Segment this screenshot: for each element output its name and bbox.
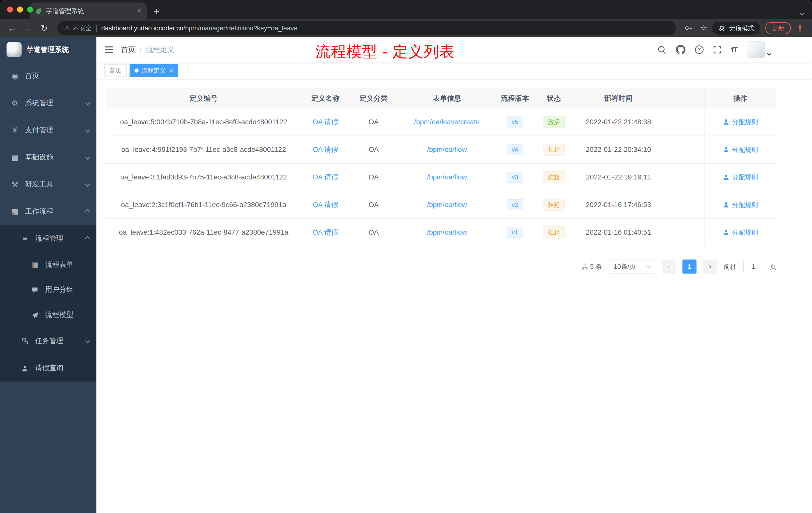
- browser-menu-icon[interactable]: ⋮: [793, 23, 807, 33]
- goto-page-input[interactable]: [743, 260, 763, 273]
- breadcrumb-home[interactable]: 首页: [121, 45, 135, 55]
- definition-name-link[interactable]: OA 请假: [313, 118, 339, 126]
- definition-name-link[interactable]: OA 请假: [313, 173, 339, 181]
- assign-rule-link[interactable]: 分配规则: [723, 228, 758, 237]
- tag-process-definition[interactable]: 流程定义 ×: [129, 64, 178, 77]
- definition-name-link[interactable]: OA 请假: [313, 229, 339, 236]
- fullscreen-icon[interactable]: [713, 46, 722, 54]
- tab-close-icon[interactable]: ×: [137, 7, 142, 14]
- table-header: 定义编号 定义名称 定义分类 表单信息 流程版本 状态 部署时间 操作: [106, 88, 776, 109]
- avatar[interactable]: [747, 41, 765, 58]
- version-badge: v5: [507, 117, 523, 127]
- sidebar-item-payment-management[interactable]: ¥ 支付管理: [0, 117, 96, 144]
- workflow-icon: ▦: [10, 207, 20, 216]
- close-window-button[interactable]: [7, 6, 13, 12]
- goto-unit: 页: [770, 262, 776, 271]
- next-page-button[interactable]: ›: [703, 260, 717, 274]
- security-status[interactable]: ⚠ 不安全: [64, 24, 92, 32]
- status-badge: 挂起: [543, 171, 565, 183]
- sidebar-item-task-management[interactable]: 任务管理: [0, 327, 96, 354]
- definition-category: OA: [349, 146, 398, 154]
- form-info-link[interactable]: /bpm/oa/flow: [427, 146, 467, 153]
- version-badge: v4: [507, 144, 523, 155]
- user-menu[interactable]: [747, 41, 771, 58]
- chevron-down-icon: [85, 338, 90, 343]
- tag-home[interactable]: 首页: [105, 64, 126, 77]
- definition-id: oa_leave:1:482ec033-762a-11ec-8477-a2380…: [106, 229, 301, 236]
- minimize-window-button[interactable]: [17, 6, 23, 12]
- sidebar-item-leave-query[interactable]: 请假查询: [0, 354, 96, 382]
- sidebar-logo[interactable]: 芋道管理系统: [0, 37, 96, 62]
- sidebar-item-home[interactable]: ◉ 首页: [0, 62, 96, 89]
- definition-name-link[interactable]: OA 请假: [313, 146, 339, 153]
- tag-close-icon[interactable]: ×: [169, 67, 173, 74]
- version-badge: v2: [507, 199, 523, 210]
- page-1-button[interactable]: 1: [683, 260, 696, 274]
- page-url: dashboard.yudao.iocoder.cn/bpm/manager/d…: [101, 24, 297, 32]
- zoom-window-button[interactable]: [27, 6, 33, 12]
- sidebar-item-user-group[interactable]: 用户分组: [0, 277, 96, 302]
- new-tab-button[interactable]: +: [154, 6, 160, 17]
- warning-icon: ⚠: [64, 25, 70, 32]
- chevron-down-icon: [85, 100, 90, 105]
- deploy-time: 2022-01-16 01:40:51: [574, 229, 663, 236]
- status-badge: 挂起: [543, 227, 565, 238]
- form-document-icon: ▥: [30, 260, 40, 269]
- sidebar-item-infrastructure[interactable]: ▤ 基础设施: [0, 144, 96, 171]
- browser-tabstrip: 芋道管理系统 × +: [0, 0, 812, 19]
- status-badge: 挂起: [543, 199, 565, 211]
- assign-rule-link[interactable]: 分配规则: [723, 201, 758, 209]
- chevron-up-icon: [85, 209, 90, 214]
- process-list-icon: ≡: [20, 234, 30, 243]
- person-icon: [20, 364, 30, 372]
- hamburger-icon[interactable]: [105, 46, 114, 54]
- reload-button[interactable]: ↻: [37, 21, 51, 35]
- chevron-down-icon: [85, 155, 90, 160]
- form-info-link[interactable]: /bpm/oa/flow: [427, 229, 467, 236]
- sidebar-item-dev-tools[interactable]: ⚒ 研发工具: [0, 171, 96, 198]
- sidebar-item-process-management[interactable]: ≡ 流程管理: [0, 225, 96, 252]
- assign-rule-link[interactable]: 分配规则: [723, 118, 758, 126]
- password-key-icon[interactable]: [682, 22, 695, 35]
- definition-name-link[interactable]: OA 请假: [313, 201, 339, 209]
- col-deploy-time: 部署时间: [574, 94, 663, 103]
- col-definition-id: 定义编号: [106, 94, 301, 103]
- deploy-time: 2022-01-22 21:48:38: [574, 118, 663, 126]
- browser-tab[interactable]: 芋道管理系统 ×: [30, 2, 147, 19]
- assign-rule-link[interactable]: 分配规则: [723, 145, 758, 154]
- form-info-link[interactable]: /bpm/oa/flow: [427, 201, 467, 209]
- col-process-version: 流程版本: [496, 94, 534, 103]
- assign-rule-link[interactable]: 分配规则: [723, 173, 758, 182]
- github-icon[interactable]: [676, 45, 686, 55]
- search-icon[interactable]: [657, 45, 666, 54]
- update-button[interactable]: 更新: [765, 22, 791, 34]
- prev-page-button[interactable]: ‹: [662, 260, 676, 274]
- macos-traffic-lights: [7, 6, 33, 12]
- browser-window: 芋道管理系统 × + ← → ↻ ⚠ 不安全 dashboard.yudao.i…: [0, 0, 812, 513]
- chevron-down-icon: [647, 264, 651, 268]
- tab-search-chevron-icon[interactable]: [801, 7, 804, 17]
- sidebar-item-process-model[interactable]: 流程模型: [0, 302, 96, 327]
- sidebar: 芋道管理系统 ◉ 首页 ⚙ 系统管理 ¥ 支付管理 ▤: [0, 37, 96, 513]
- sidebar-item-system-management[interactable]: ⚙ 系统管理: [0, 89, 96, 117]
- font-size-icon[interactable]: tT: [731, 46, 737, 54]
- address-bar[interactable]: ⚠ 不安全 dashboard.yudao.iocoder.cn/bpm/man…: [57, 21, 676, 35]
- yen-icon: ¥: [10, 126, 20, 134]
- sidebar-item-process-form[interactable]: ▥ 流程表单: [0, 252, 96, 277]
- goto-label: 前往: [724, 262, 737, 271]
- forward-button: →: [21, 21, 35, 35]
- bookmark-star-icon[interactable]: ☆: [697, 22, 710, 35]
- col-status: 状态: [534, 94, 574, 103]
- col-form-info: 表单信息: [398, 94, 496, 103]
- logo-avatar: [6, 42, 22, 57]
- back-button[interactable]: ←: [5, 21, 19, 35]
- sidebar-item-workflow[interactable]: ▦ 工作流程: [0, 198, 96, 225]
- main-area: 流程模型 - 定义列表 首页 / 流程定义: [96, 37, 812, 513]
- help-icon[interactable]: ?: [695, 46, 703, 54]
- definition-table: 定义编号 定义名称 定义分类 表单信息 流程版本 状态 部署时间 操作 oa_l…: [106, 88, 776, 246]
- person-icon: [723, 146, 729, 153]
- form-info-link[interactable]: /bpm/oa/leave/create: [414, 118, 480, 126]
- page-size-select[interactable]: 10条/页: [609, 260, 655, 274]
- form-info-link[interactable]: /bpm/oa/flow: [427, 173, 467, 181]
- app-root: 芋道管理系统 ◉ 首页 ⚙ 系统管理 ¥ 支付管理 ▤: [0, 37, 812, 513]
